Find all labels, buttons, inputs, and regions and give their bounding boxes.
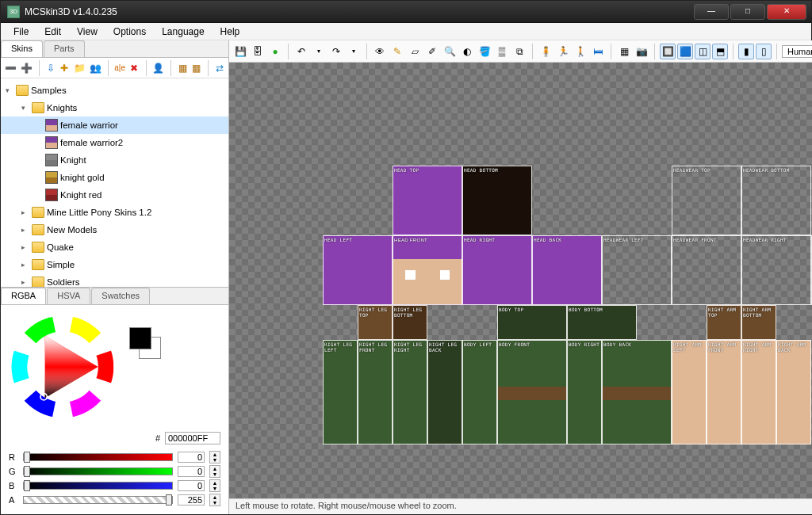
expand-icon[interactable]: ▸ <box>21 278 29 286</box>
uv-cell[interactable]: RIGHT ARM FRONT <box>707 340 741 444</box>
menu-language[interactable]: Language <box>154 25 212 39</box>
dodge-icon[interactable]: 🔍 <box>442 44 458 59</box>
tree-folder[interactable]: ▸Quake <box>1 238 228 256</box>
uv-cell[interactable]: BODY LEFT <box>462 340 497 444</box>
uv-cell[interactable]: HEADWEAR LEFT <box>602 235 672 305</box>
expand-icon[interactable]: ▸ <box>21 261 29 269</box>
tree-root[interactable]: ▾ Samples <box>1 82 228 99</box>
menu-help[interactable]: Help <box>213 25 248 39</box>
layer1-icon[interactable]: ▮ <box>738 44 754 59</box>
noise-icon[interactable]: ▒ <box>494 44 510 59</box>
tree-folder[interactable]: ▸New Models <box>1 221 228 238</box>
uv-cell[interactable]: HEAD TOP <box>393 166 462 235</box>
tab-parts[interactable]: Parts <box>44 40 85 57</box>
pose4-icon[interactable]: 🛏 <box>590 44 606 59</box>
uv-cell[interactable]: HEADWEAR RIGHT <box>741 235 811 305</box>
layer2-icon[interactable]: ▯ <box>756 44 772 59</box>
pose1-icon[interactable]: 🧍 <box>538 44 553 59</box>
spinner[interactable]: ▲▼ <box>209 451 220 464</box>
eraser-icon[interactable]: ▱ <box>407 44 423 59</box>
delete-icon[interactable]: ✖ <box>128 60 140 76</box>
view2d-icon[interactable]: 🟦 <box>677 44 693 59</box>
pose3-icon[interactable]: 🚶 <box>573 44 588 59</box>
uv-cell[interactable]: RIGHT ARM LEFT <box>672 340 707 444</box>
grid-icon[interactable]: ▦ <box>616 44 632 59</box>
tree-item[interactable]: female warrior2 <box>1 134 228 151</box>
uv-cell[interactable]: RIGHT ARM BACK <box>776 340 811 444</box>
hex-input[interactable] <box>165 432 220 444</box>
collapse-icon[interactable]: ▾ <box>21 104 29 112</box>
zoom-in-icon[interactable]: ➕ <box>20 60 33 76</box>
skin-tree[interactable]: ▾ Samples ▾ Knights female warriorfemale… <box>1 78 228 287</box>
camera-icon[interactable]: 👁 <box>372 44 388 59</box>
tree-folder-knights[interactable]: ▾ Knights <box>1 99 228 116</box>
maximize-button[interactable]: □ <box>730 4 765 20</box>
pencil-icon[interactable]: ✎ <box>389 44 405 59</box>
slider-thumb[interactable] <box>24 452 30 463</box>
screenshot-icon[interactable]: 📷 <box>634 44 649 59</box>
tab-swatches[interactable]: Swatches <box>91 288 150 304</box>
slider-thumb[interactable] <box>166 494 172 505</box>
collapse-icon[interactable]: ▾ <box>6 86 13 94</box>
menu-edit[interactable]: Edit <box>36 25 69 39</box>
uv-cell[interactable]: HEAD RIGHT <box>462 235 532 305</box>
slider-thumb[interactable] <box>24 480 30 491</box>
expand-icon[interactable]: ▸ <box>21 208 29 216</box>
uv-cell[interactable]: RIGHT ARM TOP <box>707 305 741 340</box>
import-icon[interactable]: ⇩ <box>45 60 56 76</box>
model-dropdown[interactable]: Human <box>782 45 812 58</box>
upload-icon[interactable]: ● <box>267 44 283 59</box>
tree-item[interactable]: female warrior <box>1 116 228 134</box>
uv-cell[interactable]: RIGHT LEG BOTTOM <box>393 305 427 340</box>
uv-cell[interactable]: RIGHT ARM RIGHT <box>741 340 776 444</box>
splitv-icon[interactable]: ◫ <box>695 44 710 59</box>
slider-track[interactable] <box>23 467 173 475</box>
menu-view[interactable]: View <box>69 25 105 39</box>
spinner[interactable]: ▲▼ <box>209 465 220 478</box>
slider-value[interactable] <box>178 480 205 491</box>
rename-icon[interactable]: a|e <box>113 60 126 76</box>
uv-cell[interactable]: RIGHT LEG TOP <box>358 305 393 340</box>
clone-icon[interactable]: 👥 <box>89 60 102 76</box>
slider-track[interactable] <box>23 453 173 461</box>
view3d-icon[interactable]: 🔲 <box>660 44 676 59</box>
menu-file[interactable]: File <box>6 25 36 39</box>
res-icon[interactable]: 👤 <box>151 60 165 76</box>
saveall-icon[interactable]: 🗄 <box>250 44 266 59</box>
zoom-out-icon[interactable]: ➖ <box>4 60 17 76</box>
tree-item[interactable]: Knight red <box>1 186 228 204</box>
expand-icon[interactable]: ▸ <box>21 226 29 234</box>
stamp-icon[interactable]: ⧉ <box>511 44 527 59</box>
save-icon[interactable]: 💾 <box>232 44 248 59</box>
splith-icon[interactable]: ⬒ <box>712 44 728 59</box>
uv-cell[interactable]: HEAD BACK <box>532 235 602 305</box>
color-swatches[interactable] <box>129 327 161 359</box>
redo-icon[interactable]: ↷ <box>328 44 344 59</box>
tab-skins[interactable]: Skins <box>1 40 43 57</box>
viewport[interactable]: HEAD TOPHEAD BOTTOMHEAD LEFTHEAD FRONTHE… <box>229 63 812 498</box>
slider-value[interactable] <box>178 494 205 505</box>
close-button[interactable]: ✕ <box>767 4 806 20</box>
uv-cell[interactable]: RIGHT LEG RIGHT <box>393 340 427 444</box>
grid2-icon[interactable]: ▦ <box>190 60 201 76</box>
fetch-icon[interactable]: ⇄ <box>214 60 225 76</box>
uv-cell[interactable]: BODY FRONT <box>497 340 567 444</box>
pose2-icon[interactable]: 🏃 <box>555 44 571 59</box>
uv-cell[interactable]: RIGHT LEG BACK <box>427 340 462 444</box>
slider-value[interactable] <box>178 452 205 463</box>
fg-color[interactable] <box>129 327 151 349</box>
uv-cell[interactable]: RIGHT LEG LEFT <box>323 340 358 444</box>
spinner[interactable]: ▲▼ <box>209 494 220 506</box>
uv-cell[interactable]: RIGHT LEG FRONT <box>358 340 393 444</box>
slider-track[interactable] <box>23 496 173 504</box>
tree-folder[interactable]: ▸Simple <box>1 256 228 273</box>
uv-cell[interactable]: HEADWEAR FRONT <box>672 235 741 305</box>
tree-folder[interactable]: ▸Mine Little Pony Skins 1.2 <box>1 204 228 221</box>
uv-cell[interactable]: HEADWEAR BOTTOM <box>741 166 811 235</box>
uv-cell[interactable]: HEADWEAR TOP <box>672 166 741 235</box>
uv-cell[interactable]: BODY TOP <box>497 305 567 340</box>
menu-options[interactable]: Options <box>105 25 154 39</box>
undo-icon[interactable]: ↶ <box>293 44 309 59</box>
tab-hsva[interactable]: HSVA <box>47 288 90 304</box>
uv-cell[interactable]: BODY BACK <box>602 340 672 444</box>
